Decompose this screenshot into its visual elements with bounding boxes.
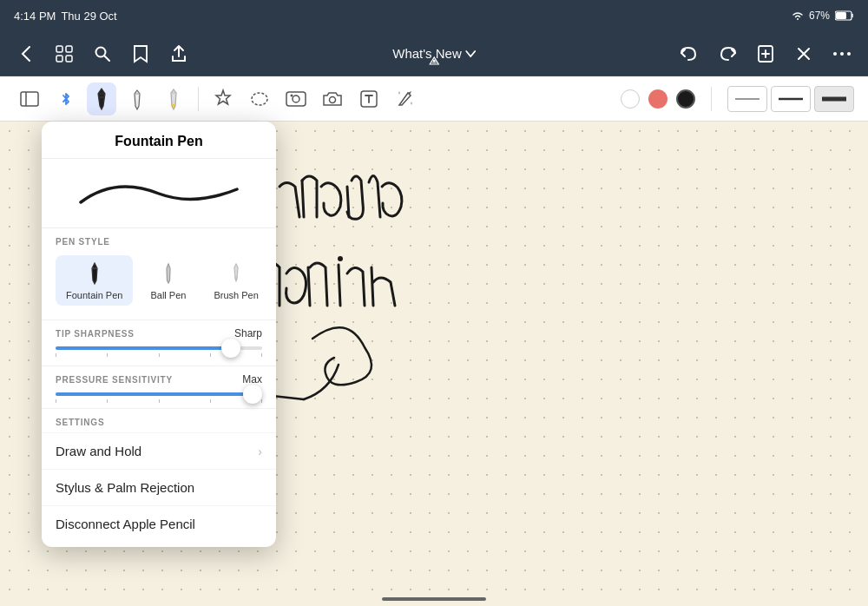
status-bar: 4:14 PM Thu 29 Oct 67% [0,0,868,31]
svg-point-16 [291,94,293,96]
undo-button[interactable] [674,38,705,69]
time: 4:14 PM [14,10,56,23]
toolbar-left [10,38,194,69]
tick [159,353,160,357]
tick [261,399,262,403]
pressure-sensitivity-header: PRESSURE SENSITIVITY Max [56,373,262,385]
title-chevron-icon [465,50,476,57]
tip-sharpness-thumb[interactable] [221,339,240,358]
tip-sharpness-header: TIP SHARPNESS Sharp [56,327,262,339]
color-white[interactable] [621,89,640,109]
settings-item-draw-hold[interactable]: Draw and Hold › [42,432,276,469]
magic-tool-btn[interactable] [390,83,421,115]
pen-stroke-preview [72,172,246,215]
fountain-pen-icon [84,260,105,287]
status-left: 4:14 PM Thu 29 Oct [14,10,117,23]
stroke-thin-btn[interactable] [727,86,767,112]
photo-tool-btn[interactable] [280,83,312,115]
lasso-tool-btn[interactable] [244,83,275,115]
pressure-sensitivity-track[interactable] [56,392,262,396]
more-button[interactable] [826,38,858,69]
stroke-thick-btn[interactable] [814,86,854,112]
svg-rect-14 [286,92,306,106]
share-button[interactable] [163,38,194,69]
text-icon [359,89,378,109]
redo-button[interactable] [712,38,743,69]
toolbar-center: What's New [392,46,476,61]
battery-icon [835,10,854,21]
selection-tool-btn[interactable] [207,83,239,115]
search-icon [94,45,111,63]
tick [261,353,262,357]
tick [159,399,160,403]
sidebar-icon [20,91,39,107]
pen-preview-area [42,159,276,228]
svg-point-13 [252,93,267,105]
more-icon [833,51,851,56]
tip-sharpness-label: TIP SHARPNESS [56,329,135,339]
brush-pen-label: Brush Pen [214,290,258,300]
pen-tool-btn[interactable] [87,82,116,115]
popup-header: Fountain Pen [42,122,276,159]
home-indicator [382,597,486,601]
settings-item-stylus[interactable]: Stylus & Palm Rejection [42,469,276,505]
settings-section: SETTINGS Draw and Hold › Stylus & Palm R… [42,408,276,547]
svg-point-7 [433,60,436,63]
selection-icon [213,89,233,109]
svg-rect-5 [66,56,72,62]
pressure-sensitivity-thumb[interactable] [243,385,262,404]
stroke-medium-btn[interactable] [771,86,811,112]
draw-hold-chevron: › [258,445,262,458]
disconnect-label: Disconnect Apple Pencil [56,517,195,531]
lasso-icon [249,89,270,109]
bookmark-button[interactable] [125,38,156,69]
bluetooth-btn[interactable] [50,83,82,115]
pen-option-ball[interactable]: Ball Pen [140,255,196,306]
tick [56,399,56,403]
camera-icon [322,90,343,108]
date: Thu 29 Oct [61,10,116,23]
pen-option-fountain[interactable]: Fountain Pen [56,255,133,306]
svg-rect-1 [836,12,846,19]
grid-icon [55,44,74,63]
sidebar-toggle-btn[interactable] [14,83,45,115]
pencil-icon [165,87,182,111]
ball-pen-label: Ball Pen [150,290,186,300]
ball-pen-icon [158,260,179,287]
main-content: Fountain Pen PEN STYLE Fou [0,122,868,606]
popup-title: Fountain Pen [115,134,202,148]
svg-rect-3 [66,46,72,52]
settings-section-label: SETTINGS [42,414,276,432]
pressure-sensitivity-ticks [56,399,262,403]
pressure-sensitivity-label: PRESSURE SENSITIVITY [56,375,173,385]
separator-1 [198,87,199,111]
status-right: 67% [792,10,854,22]
brush-pen-icon [226,260,247,287]
svg-point-11 [847,52,851,56]
back-button[interactable] [10,38,42,69]
text-tool-btn[interactable] [353,83,385,115]
drawing-toolbar [0,76,868,122]
color-black[interactable] [676,89,695,109]
svg-rect-4 [56,56,62,62]
photo-icon [286,90,306,108]
color-coral[interactable] [648,89,667,109]
search-button[interactable] [87,38,118,69]
settings-item-disconnect[interactable]: Disconnect Apple Pencil [42,505,276,542]
tip-sharpness-track[interactable] [56,346,262,350]
svg-point-9 [833,52,837,56]
close-icon [797,47,811,61]
close-button[interactable] [788,38,819,69]
eraser-tool-btn[interactable] [122,83,153,115]
svg-point-15 [293,96,299,102]
pencil-tool-btn[interactable] [158,83,189,115]
battery: 67% [809,10,830,22]
stylus-label: Stylus & Palm Rejection [56,480,194,495]
grid-button[interactable] [49,38,80,69]
svg-point-10 [840,52,844,56]
camera-tool-btn[interactable] [317,83,348,115]
add-page-button[interactable] [750,38,781,69]
pen-option-brush[interactable]: Brush Pen [203,255,268,306]
top-toolbar: What's New [0,31,868,76]
tick [210,399,211,403]
